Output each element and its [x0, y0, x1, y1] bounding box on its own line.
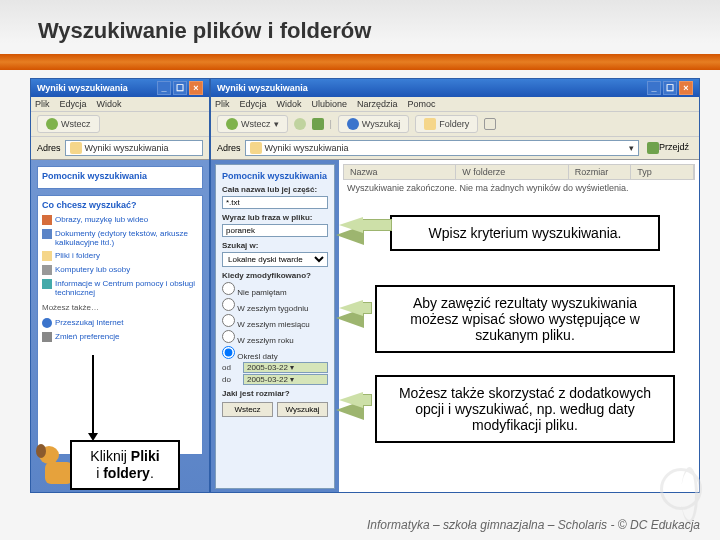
menu-pomoc[interactable]: Pomoc — [408, 99, 436, 109]
max-button[interactable]: ☐ — [173, 81, 187, 95]
accent-bar — [0, 54, 720, 70]
date-from-label: od — [222, 363, 240, 372]
watermark-icon — [660, 468, 702, 510]
max-button[interactable]: ☐ — [663, 81, 677, 95]
lookin-select[interactable]: Lokalne dyski twarde — [222, 252, 328, 267]
title-a: Wyniki wyszukiwania — [37, 83, 128, 93]
status-text: Wyszukiwanie zakończone. Nie ma żadnych … — [343, 180, 695, 196]
name-label: Cała nazwa lub jej część: — [222, 185, 328, 194]
address-b: Adres Wyniki wyszukiwania▾ Przejdź — [211, 137, 699, 160]
lookin-label: Szukaj w: — [222, 241, 328, 250]
menu-narzedzia[interactable]: Narzędzia — [357, 99, 398, 109]
arrow-criteria — [336, 225, 364, 245]
opt-computers[interactable]: Komputery lub osoby — [42, 263, 198, 277]
slide-title: Wyszukiwanie plików i folderów — [38, 18, 371, 44]
menu-edycja[interactable]: Edycja — [60, 99, 87, 109]
callout-click-suf: . — [150, 465, 154, 481]
titlebar-b[interactable]: Wyniki wyszukiwania _ ☐ × — [211, 79, 699, 97]
what-search: Co chcesz wyszukać? — [42, 200, 198, 210]
size-label: Jaki jest rozmiar? — [222, 389, 328, 398]
toolbar-a: Wstecz — [31, 112, 209, 137]
close-button[interactable]: × — [679, 81, 693, 95]
address-a: Adres Wyniki wyszukiwania — [31, 137, 209, 160]
arrow-narrow — [336, 308, 364, 328]
address-field-a[interactable]: Wyniki wyszukiwania — [65, 140, 203, 156]
menu-widok[interactable]: Widok — [97, 99, 122, 109]
search-run-button[interactable]: Wyszukaj — [277, 402, 328, 417]
title-b: Wyniki wyszukiwania — [217, 83, 308, 93]
mod-opt-week[interactable]: W zeszłym tygodniu — [222, 298, 328, 313]
companion-header: Pomocnik wyszukiwania — [42, 171, 198, 181]
menu-a[interactable]: Plik Edycja Widok — [31, 97, 209, 112]
companion-header-b: Pomocnik wyszukiwania — [222, 171, 328, 181]
opt-help[interactable]: Informacje w Centrum pomocy i obsługi te… — [42, 277, 198, 299]
col-folder[interactable]: W folderze — [456, 165, 568, 179]
min-button[interactable]: _ — [647, 81, 661, 95]
filename-input[interactable] — [222, 196, 328, 209]
mod-opt-unknown[interactable]: Nie pamiętam — [222, 282, 328, 297]
date-from-input[interactable]: 2005-03-22 ▾ — [243, 362, 328, 373]
min-button[interactable]: _ — [157, 81, 171, 95]
mod-opt-dates[interactable]: Określ daty — [222, 346, 328, 361]
arrow-options — [336, 400, 364, 420]
mod-opt-month[interactable]: W zeszłym miesiącu — [222, 314, 328, 329]
search-options-a: Co chcesz wyszukać? Obrazy, muzykę lub w… — [37, 195, 203, 455]
search-toolbar-button[interactable]: Wyszukaj — [338, 115, 409, 133]
back-button-b[interactable]: Wstecz ▾ — [217, 115, 288, 133]
search-back-button[interactable]: Wstecz — [222, 402, 273, 417]
address-label-a: Adres — [37, 143, 61, 153]
callout-click-b2: foldery — [103, 465, 150, 481]
col-type[interactable]: Typ — [631, 165, 694, 179]
window-results-a: Wyniki wyszukiwania _ ☐ × Plik Edycja Wi… — [30, 78, 210, 493]
callout-options: Możesz także skorzystać z dodatkowych op… — [375, 375, 675, 443]
column-headers[interactable]: Nazwa W folderze Rozmiar Typ — [343, 164, 695, 180]
address-field-b[interactable]: Wyniki wyszukiwania▾ — [245, 140, 639, 156]
arrow-click — [92, 355, 94, 435]
modified-label: Kiedy zmodyfikowano? — [222, 271, 328, 280]
menu-widok[interactable]: Widok — [277, 99, 302, 109]
callout-click: Kliknij Pliki i foldery. — [70, 440, 180, 490]
opt-prefs[interactable]: Zmień preferencje — [42, 330, 198, 344]
opt-internet[interactable]: Przeszukaj Internet — [42, 316, 198, 330]
forward-icon[interactable] — [294, 118, 306, 130]
footer-left: Informatyka – szkoła gimnazjalna – Schol… — [367, 518, 607, 532]
menu-ulubione[interactable]: Ulubione — [312, 99, 348, 109]
callout-click-pre: Kliknij — [90, 448, 130, 464]
toolbar-b: Wstecz ▾ | Wyszukaj Foldery — [211, 112, 699, 137]
back-button-a[interactable]: Wstecz — [37, 115, 100, 133]
close-button[interactable]: × — [189, 81, 203, 95]
mod-opt-year[interactable]: W zeszłym roku — [222, 330, 328, 345]
up-icon[interactable] — [312, 118, 324, 130]
menu-plik[interactable]: Plik — [35, 99, 50, 109]
menu-b[interactable]: Plik Edycja Widok Ulubione Narzędzia Pom… — [211, 97, 699, 112]
footer-right: - © DC Edukacja — [610, 518, 700, 532]
col-name[interactable]: Nazwa — [344, 165, 456, 179]
search-panel: Pomocnik wyszukiwania Cała nazwa lub jej… — [215, 164, 335, 489]
date-to-input[interactable]: 2005-03-22 ▾ — [243, 374, 328, 385]
folders-toolbar-button[interactable]: Foldery — [415, 115, 478, 133]
phrase-label: Wyraz lub fraza w pliku: — [222, 213, 328, 222]
opt-files-folders[interactable]: Pliki i foldery — [42, 249, 198, 263]
date-to-label: do — [222, 375, 240, 384]
opt-media[interactable]: Obrazy, muzykę lub wideo — [42, 213, 198, 227]
titlebar-a[interactable]: Wyniki wyszukiwania _ ☐ × — [31, 79, 209, 97]
opt-documents[interactable]: Dokumenty (edytory tekstów, arkusze kalk… — [42, 227, 198, 249]
phrase-input[interactable] — [222, 224, 328, 237]
also-label: Możesz także… — [42, 303, 198, 312]
address-label-b: Adres — [217, 143, 241, 153]
col-size[interactable]: Rozmiar — [569, 165, 632, 179]
callout-criteria: Wpisz kryterium wyszukiwania. — [390, 215, 660, 251]
footer: Informatyka – szkoła gimnazjalna – Schol… — [367, 518, 700, 532]
go-button[interactable]: Przejdź — [643, 141, 693, 155]
menu-plik[interactable]: Plik — [215, 99, 230, 109]
search-companion-a: Pomocnik wyszukiwania — [37, 166, 203, 189]
menu-edycja[interactable]: Edycja — [240, 99, 267, 109]
callout-narrow: Aby zawęzić rezultaty wyszukiwania możes… — [375, 285, 675, 353]
views-icon[interactable] — [484, 118, 496, 130]
callout-click-b1: Pliki — [131, 448, 160, 464]
